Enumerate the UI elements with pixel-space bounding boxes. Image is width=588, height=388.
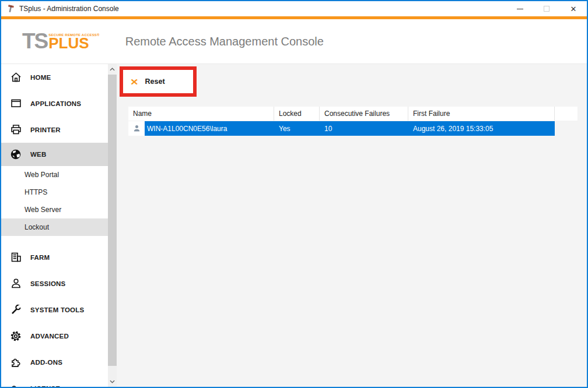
sidebar-item-label: FARM xyxy=(30,254,50,261)
sidebar-item-label: WEB xyxy=(30,151,46,158)
header: TS SECURE REMOTE ACCESS® PLUS Remote Acc… xyxy=(1,19,587,64)
selected-row-highlight[interactable]: WIN-A1L00CN0E56\laura Yes 10 August 26, … xyxy=(145,121,555,136)
cell-name: WIN-A1L00CN0E56\laura xyxy=(145,121,274,136)
sidebar-subitem-label: Web Server xyxy=(24,206,61,214)
sidebar-item-label: SESSIONS xyxy=(30,280,65,287)
scroll-down-button[interactable] xyxy=(108,376,117,387)
minimize-button[interactable] xyxy=(506,1,533,16)
farm-icon xyxy=(9,251,23,264)
sidebar-item-label: LICENSE xyxy=(30,385,60,387)
sidebar-item-home[interactable]: HOME xyxy=(1,64,108,90)
cell-first-failure: August 26, 2019 15:33:05 xyxy=(408,121,555,136)
reset-highlight-annotation: ✕ Reset xyxy=(120,66,197,97)
sidebar-subitem-label: Web Portal xyxy=(24,171,59,179)
sidebar-item-label: ADVANCED xyxy=(30,333,69,340)
table-header-row: Name Locked Consecutive Failures First F… xyxy=(128,107,578,121)
sidebar-item-label: ADD-ONS xyxy=(30,359,62,366)
sidebar-item-system-tools[interactable]: SYSTEM TOOLS xyxy=(1,297,108,323)
page-title: Remote Access Management Console xyxy=(125,35,324,48)
column-header-blank xyxy=(555,107,578,121)
column-header-locked[interactable]: Locked xyxy=(274,107,320,121)
maximize-button[interactable] xyxy=(533,1,560,16)
app-icon xyxy=(6,4,15,13)
sidebar-subitem-web-server[interactable]: Web Server xyxy=(1,201,108,218)
titlebar: TSplus - Administration Console ✕ xyxy=(1,1,587,16)
app-body: HOME APPLICATIONS PRINTER xyxy=(1,64,587,387)
sidebar-subitem-https[interactable]: HTTPS xyxy=(1,184,108,201)
web-icon xyxy=(9,147,23,161)
add-ons-icon xyxy=(9,355,23,369)
sidebar: HOME APPLICATIONS PRINTER xyxy=(1,64,108,387)
sidebar-item-label: HOME xyxy=(30,74,51,81)
logo-plus-text: PLUS xyxy=(48,37,99,50)
tsplus-logo: TS SECURE REMOTE ACCESS® PLUS xyxy=(22,33,100,50)
advanced-icon xyxy=(9,329,23,343)
sidebar-item-license[interactable]: LICENSE xyxy=(1,375,108,387)
sidebar-item-applications[interactable]: APPLICATIONS xyxy=(1,90,108,117)
reset-x-icon: ✕ xyxy=(130,77,138,86)
sidebar-subitem-label: HTTPS xyxy=(24,188,47,196)
table-row[interactable]: WIN-A1L00CN0E56\laura Yes 10 August 26, … xyxy=(128,121,578,136)
sidebar-subitem-label: Lockout xyxy=(24,223,49,231)
sidebar-item-label: SYSTEM TOOLS xyxy=(30,306,84,313)
sidebar-item-printer[interactable]: PRINTER xyxy=(1,117,108,143)
cell-locked: Yes xyxy=(274,121,320,136)
sidebar-item-add-ons[interactable]: ADD-ONS xyxy=(1,349,108,375)
close-icon: ✕ xyxy=(570,5,577,13)
sidebar-scrollbar[interactable] xyxy=(108,64,117,387)
home-icon xyxy=(9,70,23,84)
column-header-consecutive-failures[interactable]: Consecutive Failures xyxy=(320,107,408,121)
window-title: TSplus - Administration Console xyxy=(19,5,119,13)
sessions-icon xyxy=(9,277,23,291)
sidebar-item-farm[interactable]: FARM xyxy=(1,244,108,270)
sidebar-item-web[interactable]: WEB xyxy=(1,143,108,166)
cell-consecutive-failures: 10 xyxy=(320,121,408,136)
sidebar-item-sessions[interactable]: SESSIONS xyxy=(1,270,108,297)
scrollbar-thumb[interactable] xyxy=(108,75,117,366)
reset-button-label: Reset xyxy=(145,77,165,86)
license-icon xyxy=(9,382,23,387)
close-button[interactable]: ✕ xyxy=(560,1,587,16)
sidebar-item-label: PRINTER xyxy=(30,126,61,133)
printer-icon xyxy=(9,123,23,137)
sidebar-subitem-lockout[interactable]: Lockout xyxy=(1,218,108,236)
column-header-first-failure[interactable]: First Failure xyxy=(408,107,555,121)
chevron-down-icon xyxy=(110,380,115,383)
window-controls: ✕ xyxy=(506,1,587,16)
applications-icon xyxy=(9,97,23,111)
logo-ts-text: TS xyxy=(22,33,47,50)
lockout-table: Name Locked Consecutive Failures First F… xyxy=(128,107,578,136)
user-icon xyxy=(132,124,141,133)
column-header-name[interactable]: Name xyxy=(128,107,274,121)
maximize-icon xyxy=(544,6,550,12)
sidebar-subitem-web-portal[interactable]: Web Portal xyxy=(1,166,108,184)
sidebar-item-label: APPLICATIONS xyxy=(30,100,81,107)
scroll-up-button[interactable] xyxy=(108,64,117,75)
user-icon-cell xyxy=(128,121,145,136)
system-tools-icon xyxy=(9,303,23,317)
sidebar-item-advanced[interactable]: ADVANCED xyxy=(1,323,108,349)
chevron-up-icon xyxy=(110,68,115,71)
main-content: ✕ Reset Name Locked Consecutive Failures… xyxy=(117,64,587,387)
sidebar-spacer xyxy=(1,236,108,244)
minimize-icon xyxy=(517,9,523,9)
reset-button[interactable]: ✕ Reset xyxy=(123,70,193,93)
app-window: TSplus - Administration Console ✕ TS SEC… xyxy=(0,0,588,388)
